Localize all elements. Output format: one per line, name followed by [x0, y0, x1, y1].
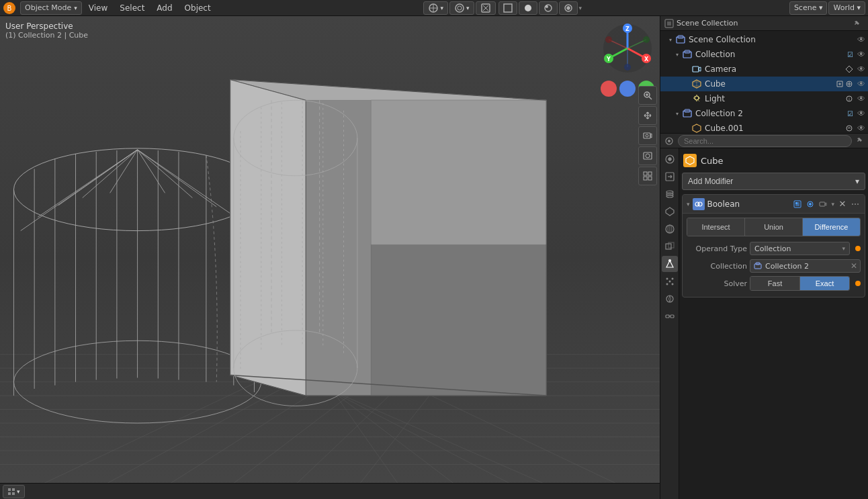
- properties-search-input[interactable]: [678, 135, 852, 147]
- modifier-props-icon: [664, 259, 675, 269]
- material-shading-btn[interactable]: [539, 1, 558, 15]
- svg-rect-163: [670, 315, 674, 318]
- render-props-btn[interactable]: [662, 151, 678, 167]
- outline-item-camera[interactable]: ▶ Camera 👁: [660, 62, 868, 77]
- svg-line-50: [110, 150, 138, 193]
- 3dview-icon: [7, 488, 15, 496]
- scene-props-btn[interactable]: [662, 203, 678, 220]
- wireframe-icon: [503, 3, 513, 13]
- collection-checkbox-icon[interactable]: ☑: [847, 51, 853, 58]
- material-icon: [544, 3, 553, 13]
- svg-line-127: [699, 101, 699, 101]
- collection-field-label: Collection: [687, 262, 747, 271]
- svg-rect-103: [12, 488, 15, 491]
- object-mode-dropdown[interactable]: Object Mode ▾: [20, 1, 82, 15]
- modifier-name-label: Boolean: [707, 199, 790, 209]
- output-props-btn[interactable]: [662, 169, 678, 185]
- physics-props-btn[interactable]: [662, 291, 678, 307]
- svg-marker-176: [825, 203, 826, 206]
- grid-btn[interactable]: [638, 167, 657, 185]
- svg-rect-8: [504, 4, 512, 12]
- solver-keyframe-dot[interactable]: [855, 281, 861, 286]
- modifier-render-icon[interactable]: [805, 199, 816, 210]
- rendered-shading-btn[interactable]: [559, 1, 578, 15]
- light-icon: [691, 93, 702, 104]
- camera-constraint-icon: [845, 65, 853, 73]
- particles-props-btn[interactable]: [662, 273, 678, 289]
- collection-field-icon: [753, 261, 763, 271]
- svg-line-126: [695, 97, 695, 97]
- navigation-gizmo[interactable]: Z X Y: [601, 21, 654, 75]
- modifier-realtime-icon[interactable]: [792, 199, 803, 210]
- outline-item-collection2[interactable]: ▾ Collection 2 ☑ 👁: [660, 106, 868, 121]
- operand-type-dropdown[interactable]: Collection ▾: [750, 242, 850, 255]
- cube001-visibility-icon[interactable]: 👁: [857, 124, 865, 133]
- modifier-props-btn[interactable]: [662, 256, 678, 272]
- exact-solver-btn[interactable]: Exact: [800, 277, 849, 290]
- view-menu[interactable]: View: [83, 2, 113, 14]
- union-btn[interactable]: Union: [745, 218, 803, 236]
- solid-shading-btn[interactable]: [519, 1, 537, 15]
- scene-collection-arrow[interactable]: ▾: [666, 35, 675, 44]
- difference-btn[interactable]: Difference: [803, 218, 860, 236]
- collection2-visibility-icon[interactable]: 👁: [857, 109, 865, 118]
- collection-visibility-icon[interactable]: 👁: [857, 50, 865, 59]
- camera-visibility-icon[interactable]: 👁: [857, 64, 865, 74]
- cube-visibility-icon[interactable]: 👁: [857, 79, 865, 89]
- cube-label: Cube: [705, 79, 836, 89]
- properties-pin-icon[interactable]: [856, 137, 864, 145]
- outline-item-collection[interactable]: ▾ Collection ☑ 👁: [660, 47, 868, 62]
- blender-logo-icon[interactable]: B: [3, 1, 16, 15]
- outline-item-cube[interactable]: ▶ Cube: [660, 77, 868, 91]
- xray-btn[interactable]: [476, 1, 496, 15]
- overlay-btn[interactable]: ▾: [449, 1, 474, 15]
- zoom-tool-btn[interactable]: [638, 86, 657, 105]
- view-layer-btn[interactable]: [662, 186, 678, 202]
- scene-selector[interactable]: Scene ▾: [789, 1, 828, 15]
- svg-marker-165: [686, 156, 694, 165]
- collection-clear-btn[interactable]: ✕: [851, 261, 857, 271]
- modifier-camera-icon[interactable]: [818, 199, 828, 210]
- editor-type-btn[interactable]: ▾: [3, 485, 25, 498]
- collection2-checkbox-icon[interactable]: ☑: [847, 110, 853, 118]
- viewport-gizmo-btn[interactable]: ▾: [423, 1, 448, 15]
- move-tool-btn[interactable]: [638, 106, 657, 125]
- collection2-arrow[interactable]: ▾: [672, 109, 682, 118]
- viewport[interactable]: User Perspective (1) Collection 2 | Cube…: [0, 16, 660, 499]
- collection-actions: ☑ 👁: [847, 50, 865, 59]
- outline-item-light[interactable]: ▶ Light: [660, 91, 868, 106]
- wireframe-shading-btn[interactable]: [498, 1, 517, 15]
- world-props-btn[interactable]: [662, 221, 678, 237]
- outline-item-cube001[interactable]: ▶ Cube.001 👁: [660, 121, 868, 134]
- intersect-btn[interactable]: Intersect: [687, 218, 745, 236]
- svg-rect-98: [644, 172, 647, 175]
- viewport-bottom-bar: ▾: [0, 483, 660, 499]
- modifier-menu-icon[interactable]: [850, 199, 861, 210]
- main-area: User Perspective (1) Collection 2 | Cube…: [0, 16, 868, 499]
- select-menu[interactable]: Select: [114, 2, 150, 14]
- svg-point-9: [525, 5, 531, 11]
- solver-row: Solver Fast Exact: [687, 275, 861, 291]
- object-props-icon: [664, 241, 675, 252]
- svg-point-95: [646, 134, 648, 137]
- scene-visibility-icon[interactable]: 👁: [857, 35, 865, 44]
- object-props-btn[interactable]: [662, 238, 678, 255]
- operand-type-keyframe-dot[interactable]: [855, 246, 861, 251]
- collection-arrow[interactable]: ▾: [672, 50, 682, 59]
- render-btn[interactable]: [638, 146, 657, 165]
- modifier-expand-arrow[interactable]: ▾: [687, 201, 690, 208]
- light-label: Light: [705, 94, 845, 103]
- fast-solver-btn[interactable]: Fast: [750, 277, 800, 290]
- collection-field[interactable]: Collection 2 ✕: [750, 259, 861, 273]
- object-menu[interactable]: Object: [179, 2, 216, 14]
- constraints-props-btn[interactable]: [662, 308, 678, 324]
- add-menu[interactable]: Add: [151, 2, 177, 14]
- camera-view-btn[interactable]: [638, 126, 657, 145]
- svg-point-158: [666, 283, 668, 285]
- world-selector[interactable]: World ▾: [828, 1, 865, 15]
- svg-line-51: [138, 150, 165, 193]
- outline-item-scene-collection[interactable]: ▾ Scene Collection 👁: [660, 32, 868, 47]
- modifier-close-btn[interactable]: ✕: [837, 199, 848, 210]
- light-visibility-icon[interactable]: 👁: [857, 94, 865, 103]
- add-modifier-btn[interactable]: Add Modifier ▾: [682, 173, 865, 190]
